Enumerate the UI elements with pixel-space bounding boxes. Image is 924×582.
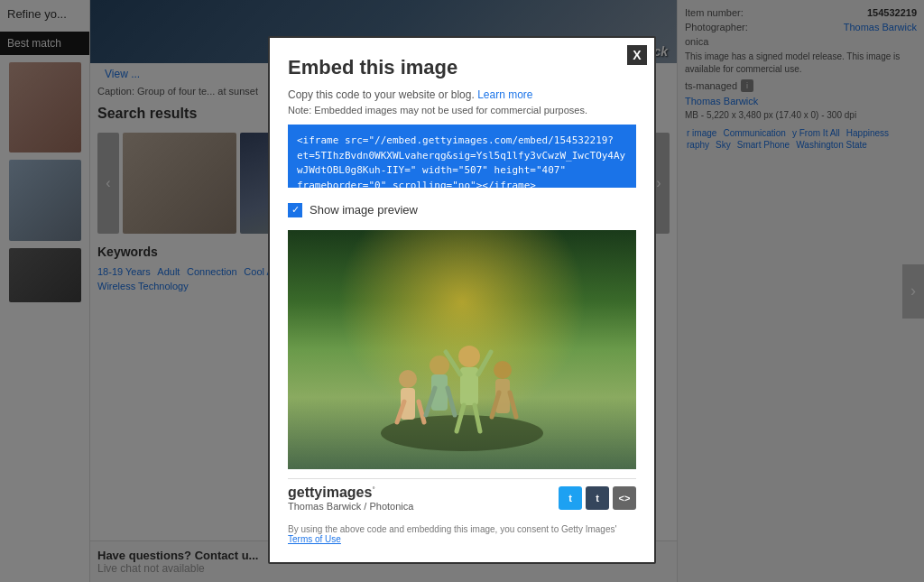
modal-note: Note: Embedded images may not be used fo… <box>288 105 636 115</box>
modal-title: Embed this image <box>288 56 636 79</box>
learn-more-link[interactable]: Learn more <box>477 88 532 101</box>
social-icons-group: t t <> <box>559 486 636 510</box>
preview-image <box>288 230 636 469</box>
getty-logo: gettyimages° <box>288 485 413 501</box>
people-silhouette-svg <box>372 316 552 451</box>
svg-point-15 <box>494 361 512 379</box>
svg-point-0 <box>381 415 543 451</box>
modal-close-button[interactable]: X <box>627 45 647 65</box>
svg-line-12 <box>478 352 491 374</box>
embed-modal: X Embed this image Copy this code to you… <box>268 36 656 564</box>
svg-point-9 <box>458 346 480 367</box>
svg-point-5 <box>430 356 449 375</box>
svg-line-8 <box>448 388 455 415</box>
copy-code-text: Copy this code to your website or blog. <box>288 88 475 101</box>
getty-footer: gettyimages° Thomas Barwick / Photonica … <box>288 478 636 517</box>
embed-share-button[interactable]: <> <box>613 486 636 510</box>
terms-link[interactable]: Terms of Use <box>288 534 341 544</box>
tumblr-share-button[interactable]: t <box>586 486 609 510</box>
svg-point-1 <box>399 370 417 388</box>
svg-rect-10 <box>460 367 478 405</box>
twitter-share-button[interactable]: t <box>559 486 582 510</box>
terms-text: By using the above code and embedding th… <box>288 524 636 544</box>
modal-subtitle: Copy this code to your website or blog. … <box>288 88 636 101</box>
show-preview-label: Show image preview <box>310 203 418 217</box>
show-preview-checkbox[interactable]: ✓ <box>288 203 302 217</box>
svg-line-18 <box>510 393 516 417</box>
embed-code-textarea[interactable]: <iframe src="//embed.gettyimages.com/emb… <box>288 125 636 188</box>
terms-prefix: By using the above code and embedding th… <box>288 524 616 534</box>
photo-credit: Thomas Barwick / Photonica <box>288 501 413 512</box>
show-preview-row: ✓ Show image preview <box>288 203 636 217</box>
